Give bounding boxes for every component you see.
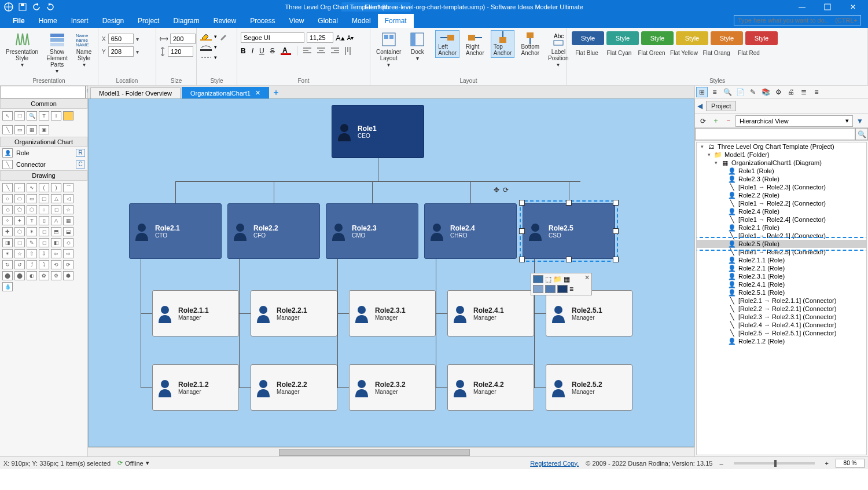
zoom-slider[interactable]	[734, 462, 815, 465]
tree-item[interactable]: ╲[Role1 → Role2.1] (Connector)	[697, 232, 866, 240]
style-preset-orange[interactable]: Style	[711, 31, 743, 45]
grid-tool[interactable]: ▦	[27, 125, 37, 134]
eyedropper-icon[interactable]	[219, 32, 227, 41]
menu-process[interactable]: Process	[243, 14, 282, 28]
drawing-shape-tool[interactable]: ⇦	[51, 249, 61, 258]
layers-icon[interactable]: ≣	[798, 87, 810, 97]
selection-handle[interactable]	[613, 200, 619, 206]
edit-icon[interactable]: ✎	[747, 87, 759, 97]
drawing-shape-tool[interactable]: ⟲	[51, 260, 61, 269]
drawing-shape-tool[interactable]: ✿	[39, 271, 49, 280]
sync-status[interactable]: ⟳Offline ▾	[117, 459, 149, 467]
drawing-shape-tool[interactable]: ↺	[14, 260, 25, 269]
node-role2-3-2[interactable]: Role2.3.2Manager	[349, 364, 436, 411]
swatch[interactable]	[533, 285, 543, 293]
drawing-shape-tool[interactable]: 💧	[2, 282, 13, 291]
node-role2-3-1[interactable]: Role2.3.1Manager	[349, 290, 436, 337]
connector-line[interactable]	[337, 387, 349, 388]
drawing-shape-tool[interactable]: ◇	[2, 205, 13, 214]
zoom-input[interactable]	[836, 459, 865, 468]
tree-item[interactable]: ╲[Role2.2 → Role2.2.1] (Connector)	[697, 305, 866, 313]
drawing-shape-tool[interactable]: ⬡	[14, 227, 25, 236]
tree-view-dropdown[interactable]: Hierarchical View▾	[735, 115, 853, 127]
presentation-style-button[interactable]: Presentation Style ▾	[3, 30, 41, 69]
style-preset-blue[interactable]: Style	[572, 31, 604, 45]
menu-model[interactable]: Model	[345, 14, 378, 28]
connector-line[interactable]	[470, 181, 471, 203]
tree-toggle-icon[interactable]: ▾	[699, 144, 705, 149]
drawing-shape-tool[interactable]: ⬒	[51, 227, 61, 236]
project-search-input[interactable]	[695, 128, 855, 140]
connector-line[interactable]	[141, 387, 152, 388]
drawing-shape-tool[interactable]: ✧	[2, 216, 13, 225]
selection-handle[interactable]	[519, 200, 525, 206]
show-element-parts-button[interactable]: Show Element Parts ▾	[44, 30, 70, 75]
style-preset-yellow[interactable]: Style	[676, 31, 708, 45]
drawing-shape-tool[interactable]: ⬢	[63, 271, 73, 280]
y-input[interactable]	[108, 46, 134, 57]
drawing-shape-tool[interactable]: ✦	[14, 216, 25, 225]
node-role2-5[interactable]: Role2.5CSO	[523, 203, 615, 259]
close-button[interactable]: ✕	[840, 1, 866, 13]
tree-item[interactable]: 👤Role2.1.2 (Role)	[697, 337, 866, 345]
tree-item[interactable]: ╲[Role1 → Role2.5] (Connector)	[697, 248, 866, 256]
drawing-shape-tool[interactable]: )	[51, 183, 61, 192]
stack-icon[interactable]: ≡	[811, 87, 822, 97]
grow-font-icon[interactable]: A▴	[336, 34, 345, 42]
drawing-shape-tool[interactable]: ✶	[2, 249, 13, 258]
drawing-shape-tool[interactable]: ◻	[39, 227, 49, 236]
tree-item[interactable]: 👤Role2.5 (Role)	[697, 240, 866, 248]
drawing-shape-tool[interactable]: ◐	[27, 271, 37, 280]
drawing-shape-tool[interactable]: ☆	[14, 249, 25, 258]
pan-tool[interactable]: I	[51, 111, 61, 120]
text-tool[interactable]: T	[39, 111, 49, 120]
selection-handle[interactable]	[566, 200, 572, 206]
fill-icon[interactable]	[200, 32, 212, 41]
tree-item[interactable]: 👤Role2.1 (Role)	[697, 224, 866, 232]
tab-organizational-chart[interactable]: OrganizationalChart1✕	[182, 87, 269, 98]
tool-role[interactable]: 👤RoleR	[0, 147, 87, 159]
scrollbar-thumb[interactable]	[279, 449, 470, 456]
tree-item[interactable]: ╲[Role2.3 → Role2.3.1] (Connector)	[697, 313, 866, 321]
drawing-shape-tool[interactable]: ▭	[27, 194, 37, 203]
node-role2-4[interactable]: Role2.4CHRO	[424, 203, 517, 259]
menu-insert[interactable]: Insert	[64, 14, 95, 28]
drawing-shape-tool[interactable]: ◻	[39, 238, 49, 247]
pointer-tool[interactable]: ↖	[2, 111, 13, 120]
grid-icon[interactable]: ▦	[564, 275, 570, 283]
tree-item[interactable]: 👤Role2.4.1 (Role)	[697, 280, 866, 288]
connector-line[interactable]	[534, 387, 546, 388]
top-anchor-button[interactable]: Top Anchor	[491, 30, 515, 58]
tree-item[interactable]: 👤Role2.3.1 (Role)	[697, 272, 866, 280]
tree-item[interactable]: 👤Role2.4 (Role)	[697, 207, 866, 215]
align-left-icon[interactable]	[303, 47, 311, 54]
collapse-arrow-icon[interactable]: ◀	[697, 102, 703, 110]
drawing-shape-tool[interactable]: ⇩	[39, 249, 49, 258]
node-role2-2-1[interactable]: Role2.2.1Manager	[251, 290, 337, 337]
remove-icon[interactable]: －	[723, 116, 734, 126]
view-tree-icon[interactable]: ⊞	[696, 87, 708, 97]
menu-design[interactable]: Design	[95, 14, 131, 28]
height-input[interactable]	[168, 46, 193, 57]
add-tab-button[interactable]: ＋	[270, 87, 282, 98]
tree-item[interactable]: ▾🗂Three Level Org Chart Template (Projec…	[697, 142, 866, 151]
drawing-shape-tool[interactable]: ◁	[63, 194, 73, 203]
connector-line[interactable]	[141, 259, 141, 387]
tab-model-overview[interactable]: Model1 - Folder Overview	[90, 87, 181, 98]
zoom-out-button[interactable]: –	[719, 460, 723, 467]
drawing-shape-tool[interactable]: ∿	[27, 183, 37, 192]
drawing-shape-tool[interactable]: △	[51, 194, 61, 203]
marquee-tool[interactable]: ⬚	[14, 111, 25, 120]
bottom-anchor-button[interactable]: Bottom Anchor	[518, 30, 542, 58]
drawing-shape-tool[interactable]: ⟳	[63, 260, 73, 269]
tool-connector[interactable]: ╲ConnectorC	[0, 159, 87, 170]
selection-handle[interactable]	[613, 228, 619, 234]
connector-line[interactable]	[239, 313, 251, 314]
style-preset-red[interactable]: Style	[745, 31, 778, 45]
menu-review[interactable]: Review	[207, 14, 243, 28]
tree-item[interactable]: ▾▦OrganizationalChart1 (Diagram)	[697, 159, 866, 167]
registered-link[interactable]: Registered Copy.	[530, 460, 579, 467]
project-tab[interactable]: Project	[706, 101, 736, 111]
line-style-icon[interactable]	[200, 53, 212, 61]
style-preset-green[interactable]: Style	[641, 31, 674, 45]
